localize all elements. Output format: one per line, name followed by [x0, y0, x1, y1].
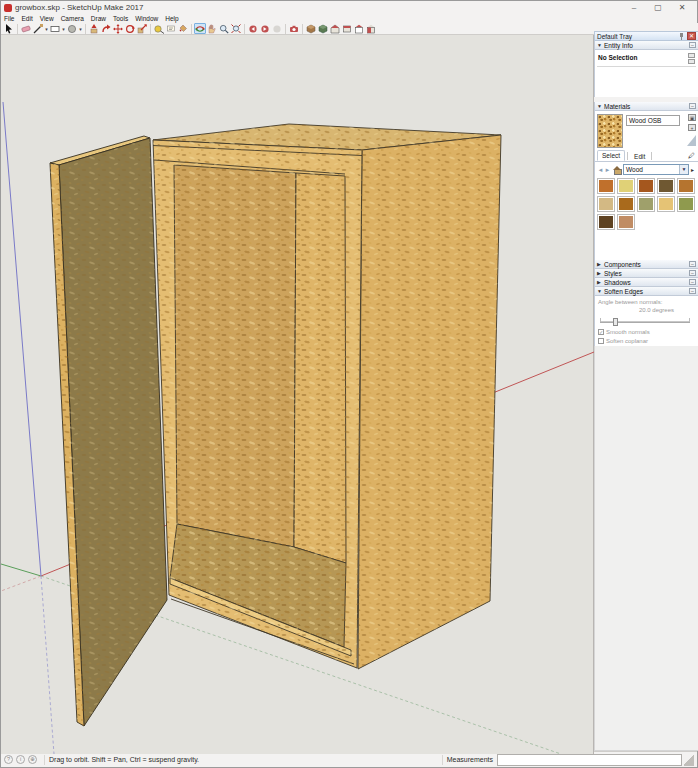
material-preview-thumbnail[interactable] [597, 114, 623, 148]
soften-edges-body: Angle between normals: 20.0 degrees ✓ Sm… [594, 296, 698, 346]
panel-minimize-icon[interactable]: – [689, 288, 696, 294]
panel-styles[interactable]: ▶ Styles – [594, 269, 698, 278]
eyedropper-icon[interactable]: 🖊 [688, 151, 695, 161]
menu-draw[interactable]: Draw [91, 15, 106, 22]
sample-paint-icon[interactable] [687, 135, 696, 146]
tab-edit[interactable]: Edit [630, 152, 649, 161]
tray-close-icon[interactable]: ✕ [687, 32, 696, 40]
minimize-button[interactable]: – [629, 3, 639, 13]
panel-minimize-icon[interactable]: – [689, 279, 696, 285]
text-tool-icon[interactable] [165, 23, 177, 34]
tab-select[interactable]: Select [597, 150, 625, 161]
menu-view[interactable]: View [40, 15, 54, 22]
material-swatch[interactable] [617, 196, 635, 212]
pin-icon[interactable] [678, 33, 685, 40]
slider-handle[interactable] [613, 318, 618, 326]
material-swatch[interactable] [637, 196, 655, 212]
tray-header[interactable]: Default Tray ✕ [594, 31, 698, 41]
measurements-label: Measurements [447, 756, 493, 763]
menu-window[interactable]: Window [135, 15, 158, 22]
blue-axis-dashed [41, 576, 54, 754]
panel-minimize-icon[interactable]: – [689, 261, 696, 267]
zoom-extents-tool-icon[interactable] [230, 23, 242, 34]
material-swatch[interactable] [637, 178, 655, 194]
next-view-icon[interactable] [259, 23, 271, 34]
material-swatch[interactable] [677, 178, 695, 194]
view-front-icon[interactable] [353, 23, 365, 34]
panel-entity-info[interactable]: ▼ Entity Info – [594, 41, 698, 50]
secondary-pane-icon[interactable]: ▣ [688, 114, 696, 121]
material-swatch[interactable] [597, 196, 615, 212]
shapes-tool-icon[interactable] [49, 23, 61, 34]
material-name-field[interactable]: Wood OSB [626, 115, 680, 126]
hidden-toggle-icon[interactable] [688, 53, 695, 58]
view-right-icon[interactable] [365, 23, 377, 34]
back-arrow-icon[interactable]: ◄ [597, 167, 604, 173]
forward-arrow-icon[interactable]: ► [604, 167, 611, 173]
line-tool-icon[interactable] [32, 23, 44, 34]
close-button[interactable]: ✕ [677, 3, 687, 13]
osb-texture-overlay [153, 124, 501, 669]
resize-grip[interactable] [684, 754, 694, 766]
smooth-normals-checkbox[interactable]: ✓ Smooth normals [598, 329, 650, 335]
in-model-icon[interactable] [613, 166, 621, 174]
material-swatch[interactable] [597, 178, 615, 194]
place-model-icon[interactable] [305, 23, 317, 34]
previous-view-icon[interactable] [247, 23, 259, 34]
soften-coplanar-checkbox[interactable]: Soften coplanar [598, 338, 648, 344]
eraser-tool-icon[interactable] [20, 23, 32, 34]
measurements-input[interactable] [497, 754, 682, 766]
details-arrow-icon[interactable]: ▸ [689, 166, 696, 173]
material-swatch[interactable] [657, 178, 675, 194]
lock-toggle-icon[interactable] [688, 59, 695, 64]
menu-edit[interactable]: Edit [21, 15, 32, 22]
angle-slider[interactable] [600, 318, 690, 326]
push-pull-tool-icon[interactable] [88, 23, 100, 34]
menu-help[interactable]: Help [165, 15, 178, 22]
materials-body: Wood OSB ▣ + Select Edit 🖊 ◄ ► Wood [594, 111, 698, 260]
material-swatch[interactable] [617, 214, 635, 230]
material-swatch[interactable] [657, 196, 675, 212]
paint-bucket-tool-icon[interactable] [177, 23, 189, 34]
material-swatch[interactable] [617, 178, 635, 194]
maximize-button[interactable]: ▢ [653, 3, 663, 13]
collapse-arrow-icon: ▼ [597, 42, 602, 48]
panel-minimize-icon[interactable]: – [689, 103, 696, 109]
tray-empty-area [594, 346, 698, 751]
create-material-icon[interactable]: + [688, 124, 696, 131]
move-tool-icon[interactable] [112, 23, 124, 34]
follow-me-tool-icon[interactable] [100, 23, 112, 34]
select-tool-icon[interactable] [3, 23, 15, 34]
panel-soften-edges[interactable]: ▼ Soften Edges – [594, 287, 698, 296]
panel-minimize-icon[interactable]: – [689, 270, 696, 276]
menu-camera[interactable]: Camera [61, 15, 84, 22]
tape-measure-tool-icon[interactable] [153, 23, 165, 34]
model-viewport[interactable] [1, 35, 594, 754]
panel-shadows[interactable]: ▶ Shadows – [594, 278, 698, 287]
expand-arrow-icon: ▶ [597, 261, 602, 267]
scale-tool-icon[interactable] [136, 23, 148, 34]
panel-components[interactable]: ▶ Components – [594, 260, 698, 269]
orbit-tool-icon[interactable] [194, 23, 206, 34]
menu-file[interactable]: File [4, 15, 14, 22]
rotate-tool-icon[interactable] [124, 23, 136, 34]
material-swatch[interactable] [597, 214, 615, 230]
pan-tool-icon[interactable] [206, 23, 218, 34]
match-photo-icon[interactable] [288, 23, 300, 34]
circle-tool-icon[interactable] [66, 23, 78, 34]
material-swatch[interactable] [677, 196, 695, 212]
component-icon[interactable] [317, 23, 329, 34]
panel-minimize-icon[interactable]: – [689, 42, 696, 48]
geolocation-icon[interactable]: ? [4, 755, 13, 764]
material-collection-dropdown[interactable]: Wood ▼ [623, 164, 689, 175]
zoom-tool-icon[interactable] [218, 23, 230, 34]
menu-tools[interactable]: Tools [113, 15, 128, 22]
credits-icon[interactable]: i [16, 755, 25, 764]
claim-icon[interactable]: ⊕ [28, 755, 37, 764]
view-iso-icon[interactable] [329, 23, 341, 34]
view-top-icon[interactable] [341, 23, 353, 34]
collapse-arrow-icon: ▼ [597, 288, 602, 294]
circle-tool-dropdown[interactable]: ▾ [78, 23, 83, 34]
viewport-canvas[interactable] [1, 35, 594, 754]
panel-materials[interactable]: ▼ Materials – [594, 102, 698, 111]
